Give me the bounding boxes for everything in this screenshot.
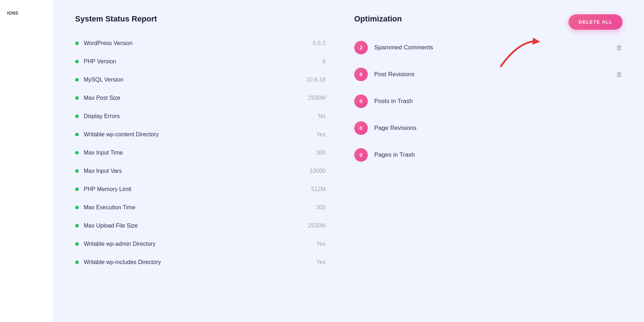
status-item: WordPress Version 6.6.2 <box>75 34 326 53</box>
sidebar: IONS <box>0 0 54 322</box>
status-item: MySQL Version 10.6.18 <box>75 71 326 89</box>
count-badge: 2 <box>354 41 368 54</box>
status-item: Max Input Vars 10000 <box>75 162 326 180</box>
status-dot <box>75 133 79 136</box>
status-label: Max Post Size <box>75 95 120 101</box>
status-item: Max Input Time 300 <box>75 144 326 162</box>
status-dot <box>75 114 79 118</box>
status-item: Max Execution Time 300 <box>75 199 326 217</box>
count-badge: 0 <box>354 121 368 135</box>
status-dot <box>75 206 79 209</box>
delete-all-button[interactable]: DELETE ALL <box>569 14 623 30</box>
opt-item: 0 Page Revisions <box>354 115 623 142</box>
status-label: Writable wp-includes Directory <box>75 259 161 265</box>
status-label: Writable wp-content Directory <box>75 131 159 138</box>
status-label: Max Upload File Size <box>75 223 138 229</box>
status-dot <box>75 242 79 246</box>
status-dot <box>75 169 79 173</box>
status-dot <box>75 42 79 45</box>
status-label: Display Errors <box>75 113 119 119</box>
system-status-title: System Status Report <box>75 14 326 24</box>
opt-item: 6 Post Revisions 🗑 <box>354 61 623 88</box>
status-label: WordPress Version <box>75 40 133 47</box>
status-item: PHP Memory Limit 512M <box>75 180 326 199</box>
opt-item: 0 Posts in Trash <box>354 88 623 115</box>
opt-label: Posts in Trash <box>374 98 623 105</box>
status-dot <box>75 151 79 155</box>
opt-label: Post Revisions <box>374 71 610 78</box>
status-item: Max Post Size 2500M <box>75 89 326 107</box>
status-dot <box>75 96 79 100</box>
status-value: 512M <box>311 186 326 192</box>
status-item: Writable wp-admin Directory Yes <box>75 235 326 253</box>
status-item: Display Errors No <box>75 107 326 126</box>
opt-label: Page Revisions <box>374 125 623 132</box>
status-item: Max Upload File Size 2500M <box>75 217 326 235</box>
status-value: Yes <box>316 131 326 138</box>
status-value: 2500M <box>308 223 326 229</box>
opt-label: Pages in Trash <box>374 151 623 158</box>
opt-item: 0 Pages in Trash <box>354 142 623 168</box>
count-badge: 0 <box>354 148 368 162</box>
status-item: Writable wp-content Directory Yes <box>75 126 326 144</box>
status-value: 8 <box>322 58 326 65</box>
status-value: 10000 <box>310 168 326 174</box>
status-dot <box>75 260 79 264</box>
status-label: MySQL Version <box>75 77 123 83</box>
left-panel: System Status Report WordPress Version 6… <box>75 14 326 308</box>
count-badge: 6 <box>354 68 368 81</box>
optimization-list: 2 Spammed Comments 🗑 6 Post Revisions 🗑 … <box>354 34 623 168</box>
status-label: Writable wp-admin Directory <box>75 241 156 247</box>
status-value: 2500M <box>308 95 326 101</box>
status-dot <box>75 60 79 63</box>
status-item: PHP Version 8 <box>75 53 326 71</box>
status-list: WordPress Version 6.6.2 PHP Version 8 My… <box>75 34 326 271</box>
status-value: 6.6.2 <box>313 40 326 47</box>
count-badge: 0 <box>354 94 368 108</box>
status-value: 300 <box>316 150 326 156</box>
status-item: Writable wp-includes Directory Yes <box>75 253 326 271</box>
status-value: Yes <box>316 259 326 265</box>
trash-icon[interactable]: 🗑 <box>616 71 623 78</box>
status-dot <box>75 78 79 82</box>
status-label: Max Input Vars <box>75 168 122 174</box>
opt-label: Spammed Comments <box>374 44 610 51</box>
status-label: Max Input Time <box>75 150 123 156</box>
trash-icon[interactable]: 🗑 <box>616 44 623 52</box>
status-dot <box>75 187 79 191</box>
sidebar-title: IONS <box>0 7 53 19</box>
status-value: No <box>318 113 326 119</box>
main-content: System Status Report WordPress Version 6… <box>54 0 644 322</box>
right-panel: Optimization DELETE ALL 2 Spammed Commen… <box>354 14 623 308</box>
status-value: 300 <box>316 204 326 211</box>
opt-item: 2 Spammed Comments 🗑 <box>354 34 623 61</box>
status-label: Max Execution Time <box>75 204 135 211</box>
status-dot <box>75 224 79 228</box>
status-value: 10.6.18 <box>307 77 326 83</box>
status-label: PHP Version <box>75 58 116 65</box>
status-label: PHP Memory Limit <box>75 186 131 192</box>
status-value: Yes <box>316 241 326 247</box>
